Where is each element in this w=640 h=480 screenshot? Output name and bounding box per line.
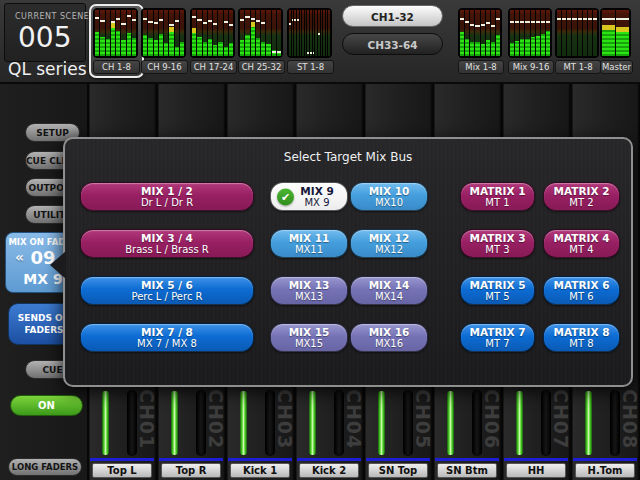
meter-tab-st-1-8[interactable]: ST 1-8 — [287, 8, 334, 74]
meter-block — [287, 8, 332, 58]
meter-bar — [297, 10, 299, 56]
bus-button-mix-3-4[interactable]: MIX 3 / 4Brass L / Brass R — [80, 229, 254, 258]
meter-tab-mt-1-8[interactable]: MT 1-8 — [555, 8, 601, 74]
meter-green-segment — [520, 39, 524, 56]
bus-button-matrix-2[interactable]: MATRIX 2MT 2 — [543, 182, 620, 211]
meter-peak-tick — [583, 18, 587, 20]
bus-button-mix-7-8[interactable]: MIX 7 / 8MX 7 / MX 8 — [80, 323, 254, 352]
meter-bar — [475, 10, 479, 56]
meter-bar — [213, 10, 217, 56]
meter-peak-tick — [520, 21, 524, 23]
bus-button-mix-13[interactable]: MIX 13MX13 — [270, 276, 348, 305]
bank-button-ch1-32[interactable]: CH1-32 — [342, 5, 443, 27]
bus-button-title: MIX 15 — [289, 326, 330, 338]
channel-name-label[interactable]: Kick 2 — [299, 463, 359, 478]
meter-green-segment — [154, 40, 158, 56]
bus-button-matrix-6[interactable]: MATRIX 6MT 6 — [543, 276, 620, 305]
meter-tab-ch-25-32[interactable]: CH 25-32 — [238, 8, 285, 74]
bus-button-mix-11[interactable]: MIX 11MX11 — [270, 229, 348, 258]
meter-green-segment — [148, 38, 152, 56]
bus-button-matrix-8[interactable]: MATRIX 8MT 8 — [543, 323, 620, 352]
bus-button-matrix-4[interactable]: MATRIX 4MT 4 — [543, 229, 620, 258]
meter-tab-ch-1-8[interactable]: CH 1-8 — [89, 4, 144, 78]
meter-bar — [525, 10, 529, 56]
meter-tab-mix-9-16[interactable]: Mix 9-16 — [508, 8, 554, 74]
meter-green-segment — [251, 27, 255, 56]
channel-name-label[interactable]: Top R — [161, 463, 221, 478]
meter-green-segment — [143, 35, 147, 56]
channel-name-label[interactable]: Top L — [92, 463, 152, 478]
bus-button-mix-14[interactable]: MIX 14MX14 — [350, 276, 428, 305]
meter-bar — [305, 10, 307, 56]
meter-bar — [203, 10, 207, 56]
meter-green-segment — [496, 35, 500, 56]
bus-button-matrix-5[interactable]: MATRIX 5MT 5 — [460, 276, 535, 305]
meter-peak-tick — [486, 22, 490, 24]
meter-peak-tick — [292, 19, 294, 21]
bus-button-mix-12[interactable]: MIX 12MX12 — [350, 229, 428, 258]
bus-button-mix-1-2[interactable]: MIX 1 / 2Dr L / Dr R — [80, 182, 254, 211]
meter-bar — [148, 10, 152, 56]
bus-button-subtitle: Perc L / Perc R — [131, 291, 202, 303]
meter-yellow-segment — [169, 27, 173, 32]
bus-button-mix-10[interactable]: MIX 10MX10 — [350, 182, 428, 211]
bus-button-mix-16[interactable]: MIX 16MX16 — [350, 323, 428, 352]
meter-peak-tick — [470, 24, 474, 26]
channel-name-label[interactable]: SN Btm — [437, 463, 497, 478]
bus-button-title: MIX 7 / 8 — [141, 326, 193, 338]
bus-button-title: MATRIX 8 — [554, 326, 610, 338]
long-faders-button[interactable]: LONG FADERS — [8, 458, 82, 476]
channel-color-bar — [297, 458, 361, 461]
meter-green-segment — [510, 43, 514, 56]
meter-peak-tick — [294, 19, 296, 21]
meter-bar — [111, 10, 115, 56]
bus-button-mix-15[interactable]: MIX 15MX15 — [270, 323, 348, 352]
channel-level-meter — [378, 391, 385, 455]
channel-strip-ch06: CH06SN Btm — [434, 387, 501, 480]
meter-yellow-segment — [616, 27, 629, 32]
stagemix-app: CURRENT SCENE 005 QL series CH 1-8CH 9-1… — [0, 0, 640, 480]
bus-button-matrix-7[interactable]: MATRIX 7MT 7 — [460, 323, 535, 352]
meter-green-segment — [602, 30, 615, 56]
channel-name-label[interactable]: SN Top — [368, 463, 428, 478]
bus-button-subtitle: MX 9 — [304, 197, 329, 209]
meter-tab-ch-9-16[interactable]: CH 9-16 — [141, 8, 188, 74]
bus-button-subtitle: MX11 — [295, 244, 323, 256]
meter-bar — [240, 10, 244, 56]
channel-name-label[interactable]: HH — [506, 463, 566, 478]
meter-green-segment — [245, 35, 249, 56]
meter-green-segment — [213, 45, 217, 57]
bus-button-matrix-1[interactable]: MATRIX 1MT 1 — [460, 182, 535, 211]
meter-bar — [326, 10, 328, 56]
bank-button-ch33-64[interactable]: CH33-64 — [342, 33, 443, 55]
meter-yellow-segment — [602, 25, 615, 30]
meter-bar — [510, 10, 514, 56]
meter-tab-mix-1-8[interactable]: Mix 1-8 — [458, 8, 504, 74]
bus-button-title: MIX 1 / 2 — [141, 185, 193, 197]
bus-button-mix-5-6[interactable]: MIX 5 / 6Perc L / Perc R — [80, 276, 254, 305]
meter-bar — [541, 10, 545, 56]
meter-peak-tick — [143, 18, 147, 20]
bus-button-matrix-3[interactable]: MATRIX 3MT 3 — [460, 229, 535, 258]
channel-number-label: CH05 — [415, 389, 431, 457]
meter-tab-ch-17-24[interactable]: CH 17-24 — [190, 8, 237, 74]
meter-tab-label: Mix 9-16 — [508, 60, 554, 74]
meter-green-segment — [169, 32, 173, 56]
meter-green-segment — [192, 33, 196, 56]
channel-number-label: CH08 — [622, 389, 638, 457]
meter-green-segment — [203, 42, 207, 56]
meter-bar — [602, 10, 615, 56]
channel-strip-ch03: CH03Kick 1 — [227, 387, 294, 480]
meter-tab-master[interactable]: Master — [600, 8, 633, 74]
meter-bar — [175, 10, 179, 56]
meter-bar — [470, 10, 474, 56]
bus-button-mix-9[interactable]: ✔MIX 9MX 9 — [270, 182, 348, 211]
meter-peak-tick — [197, 19, 201, 21]
channel-name-label[interactable]: H.Tom — [575, 463, 635, 478]
current-scene-display[interactable]: CURRENT SCENE 005 — [4, 3, 86, 62]
meter-peak-tick — [460, 18, 464, 20]
bus-button-subtitle: Brass L / Brass R — [125, 244, 209, 256]
channel-name-label[interactable]: Kick 1 — [230, 463, 290, 478]
channel-on-button[interactable]: ON — [10, 395, 83, 416]
dialog-title: Select Target Mix Bus — [65, 150, 631, 164]
